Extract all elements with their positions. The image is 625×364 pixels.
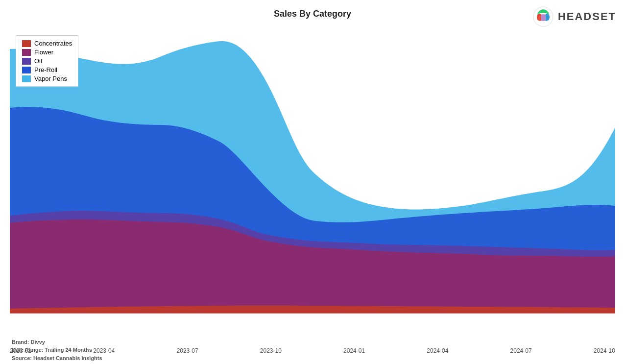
legend-swatch-preroll bbox=[22, 67, 31, 73]
legend-swatch-flower bbox=[22, 49, 31, 56]
x-label-3: 2023-10 bbox=[260, 347, 282, 354]
legend-label-vapor-pens: Vapor Pens bbox=[34, 75, 67, 82]
legend-label-preroll: Pre-Roll bbox=[34, 66, 57, 73]
x-label-6: 2024-07 bbox=[510, 347, 532, 354]
legend-item-flower: Flower bbox=[22, 49, 72, 56]
x-label-5: 2024-04 bbox=[427, 347, 448, 354]
x-label-2: 2023-07 bbox=[177, 347, 198, 354]
legend-swatch-vapor-pens bbox=[22, 75, 31, 82]
area-chart-svg bbox=[10, 29, 615, 335]
legend-label-concentrates: Concentrates bbox=[34, 40, 72, 47]
chart-container: HEADSET Sales By Category Concentrates F… bbox=[0, 0, 625, 364]
chart-title: Sales By Category bbox=[0, 0, 625, 19]
footer-brand-value: Divvy bbox=[31, 339, 45, 345]
legend-item-oil: Oil bbox=[22, 57, 72, 65]
legend-label-oil: Oil bbox=[34, 57, 42, 65]
footer-brand: Brand: Divvy bbox=[12, 338, 102, 346]
footer-brand-label: Brand: bbox=[12, 339, 29, 345]
footer-source-label: Source: bbox=[12, 355, 32, 361]
legend-item-preroll: Pre-Roll bbox=[22, 66, 72, 73]
legend-label-flower: Flower bbox=[34, 49, 53, 56]
footer-info: Brand: Divvy Date Range: Trailing 24 Mon… bbox=[12, 338, 102, 363]
x-label-4: 2024-01 bbox=[343, 347, 365, 354]
footer-date-range: Date Range: Trailing 24 Months bbox=[12, 346, 102, 354]
footer-source-value: Headset Cannabis Insights bbox=[33, 355, 102, 361]
footer-source: Source: Headset Cannabis Insights bbox=[12, 354, 102, 363]
legend-swatch-oil bbox=[22, 58, 31, 65]
legend-item-concentrates: Concentrates bbox=[22, 40, 72, 47]
legend-swatch-concentrates bbox=[22, 40, 31, 47]
chart-legend: Concentrates Flower Oil Pre-Roll Vapor P… bbox=[16, 35, 78, 87]
headset-logo-icon bbox=[532, 6, 554, 27]
footer-date-range-value: Trailing 24 Months bbox=[45, 347, 92, 353]
headset-logo: HEADSET bbox=[532, 6, 616, 27]
x-label-7: 2024-10 bbox=[594, 347, 615, 354]
headset-logo-text: HEADSET bbox=[558, 10, 616, 23]
legend-item-vapor-pens: Vapor Pens bbox=[22, 75, 72, 82]
footer-date-range-label: Date Range: bbox=[12, 347, 43, 353]
